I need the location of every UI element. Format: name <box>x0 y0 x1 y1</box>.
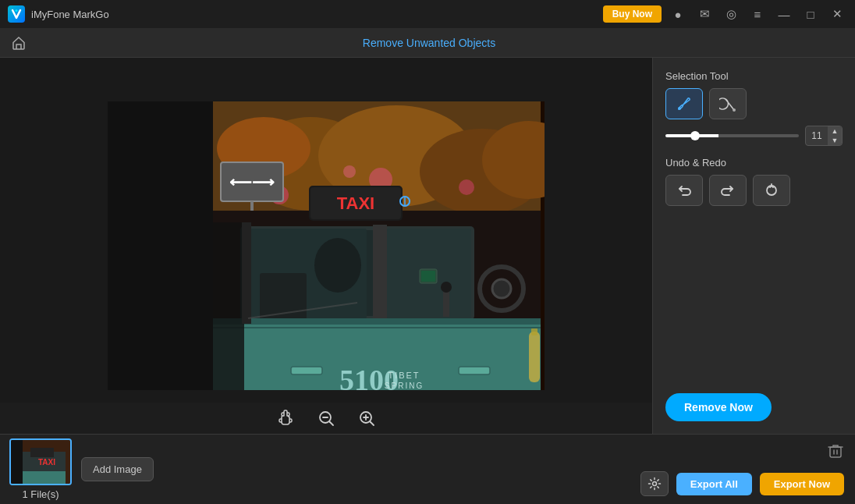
slider-row: 11 ▲ ▼ <box>665 126 843 146</box>
menu-icon-button[interactable]: ≡ <box>747 4 768 24</box>
svg-text:TIBET: TIBET <box>388 371 420 380</box>
brush-tool-button[interactable] <box>665 88 703 119</box>
add-image-button[interactable]: Add Image <box>81 457 154 481</box>
brush-size-down-button[interactable]: ▼ <box>828 136 842 145</box>
selection-tool-section: Selection Tool <box>665 70 843 146</box>
svg-rect-68 <box>830 447 841 457</box>
svg-point-13 <box>459 179 474 195</box>
svg-point-71 <box>652 482 656 486</box>
brush-size-slider[interactable] <box>665 134 799 137</box>
svg-point-60 <box>678 107 681 110</box>
svg-rect-48 <box>531 328 537 335</box>
brush-size-up-button[interactable]: ▲ <box>828 126 842 136</box>
redo-button[interactable] <box>709 175 747 206</box>
canvas-controls <box>0 403 652 434</box>
app-title-text: iMyFone MarkGo <box>31 9 109 20</box>
svg-rect-50 <box>213 222 244 390</box>
pan-tool-button[interactable] <box>273 406 298 431</box>
lasso-tool-button[interactable] <box>709 88 747 119</box>
svg-rect-43 <box>459 367 489 374</box>
brush-size-display: 11 ▲ ▼ <box>805 126 843 146</box>
taxi-image: ⟵⟶ <box>108 101 545 390</box>
main-content: ⟵⟶ <box>0 58 855 434</box>
svg-text:TAXI: TAXI <box>38 458 55 467</box>
selection-tools-group <box>665 88 843 119</box>
selection-tool-label: Selection Tool <box>665 70 843 82</box>
svg-rect-66 <box>30 448 54 457</box>
zoom-out-button[interactable] <box>314 406 339 431</box>
topnav: Remove Unwanted Objects <box>0 28 855 58</box>
brush-size-value: 11 <box>806 129 828 143</box>
brush-size-arrows: ▲ ▼ <box>828 126 842 145</box>
undo-button[interactable] <box>665 175 703 206</box>
user-icon-button[interactable]: ● <box>668 4 688 24</box>
mail-icon-button[interactable]: ✉ <box>694 4 715 24</box>
thumbnail[interactable]: TAXI <box>9 438 72 485</box>
globe-icon-button[interactable]: ◎ <box>721 4 741 24</box>
undo-redo-buttons <box>665 175 843 206</box>
titlebar-left: iMyFone MarkGo <box>8 5 109 23</box>
remove-now-button[interactable]: Remove Now <box>665 393 772 421</box>
svg-text:TAXI: TAXI <box>337 193 374 213</box>
zoom-in-button[interactable] <box>354 406 379 431</box>
svg-rect-32 <box>421 271 435 282</box>
undo-redo-label: Undo & Redo <box>665 157 843 169</box>
svg-line-59 <box>371 422 374 426</box>
settings-button[interactable] <box>640 471 669 496</box>
file-count: 1 File(s) <box>23 488 59 500</box>
buy-now-button[interactable]: Buy Now <box>603 5 662 23</box>
undo-redo-section: Undo & Redo <box>665 157 843 206</box>
svg-point-26 <box>492 279 511 298</box>
svg-rect-64 <box>19 471 66 485</box>
export-all-button[interactable]: Export All <box>676 473 752 495</box>
page-title: Remove Unwanted Objects <box>37 37 821 49</box>
svg-point-28 <box>441 282 452 293</box>
svg-line-55 <box>330 422 334 426</box>
close-button[interactable]: ✕ <box>827 4 847 24</box>
svg-text:SPRING: SPRING <box>385 382 424 390</box>
svg-point-61 <box>733 108 736 112</box>
svg-rect-67 <box>11 440 23 485</box>
minimize-button[interactable]: — <box>774 4 794 24</box>
bottom-right-actions: Export All Export Now <box>640 471 844 496</box>
svg-text:⟵⟶: ⟵⟶ <box>229 173 275 190</box>
bottom-left: TAXI 1 File(s) <box>9 438 72 500</box>
right-panel: Selection Tool <box>652 58 855 434</box>
svg-point-14 <box>343 165 356 178</box>
svg-rect-42 <box>292 367 321 374</box>
bottom-strip: TAXI 1 File(s) Add Image Export All Expo… <box>0 434 855 504</box>
titlebar-right: Buy Now ● ✉ ◎ ≡ — □ ✕ <box>603 4 847 24</box>
home-button[interactable] <box>11 35 27 51</box>
canvas-area[interactable]: ⟵⟶ <box>0 58 652 434</box>
svg-rect-39 <box>213 318 541 325</box>
maximize-button[interactable]: □ <box>800 4 821 24</box>
svg-rect-47 <box>529 332 540 382</box>
delete-button[interactable] <box>827 442 844 463</box>
svg-point-0 <box>16 9 18 12</box>
svg-rect-4 <box>108 101 213 390</box>
image-container: ⟵⟶ <box>0 58 652 434</box>
titlebar: iMyFone MarkGo Buy Now ● ✉ ◎ ≡ — □ ✕ <box>0 0 855 28</box>
reset-button[interactable] <box>753 175 790 206</box>
app-logo <box>8 5 25 23</box>
svg-rect-22 <box>373 225 387 322</box>
export-now-button[interactable]: Export Now <box>760 473 844 495</box>
svg-rect-51 <box>242 222 251 324</box>
svg-point-30 <box>314 238 361 293</box>
